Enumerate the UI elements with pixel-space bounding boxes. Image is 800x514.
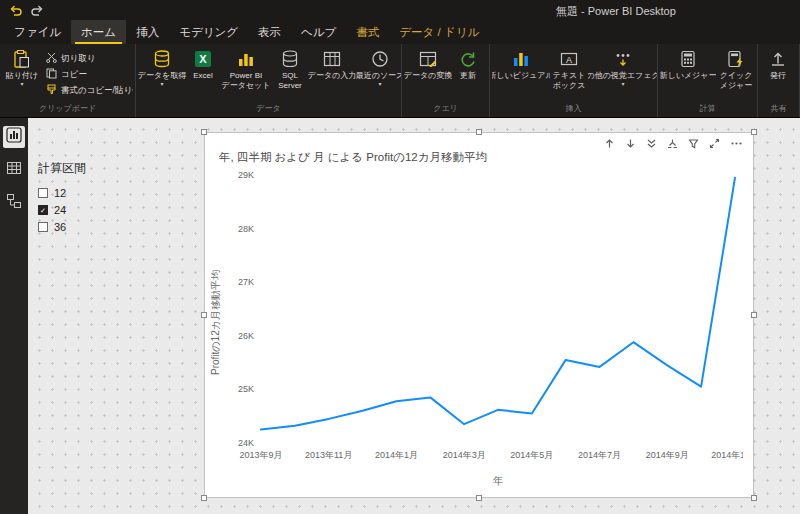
quick-measure-label-2: メジャー [720,81,753,91]
redo-button[interactable] [31,5,44,16]
tab-modeling[interactable]: モデリング [169,20,248,44]
new-visual-icon [511,49,531,71]
sql-server-button[interactable]: SQL Server [272,46,308,91]
recent-sources-button[interactable]: 最近のソース ▾ [356,46,402,87]
format-painter-button[interactable]: 書式のコピー/貼り付け [46,83,131,98]
chevron-down-icon: ▾ [621,81,624,87]
clock-icon [370,49,390,71]
svg-text:29K: 29K [238,170,254,180]
checkbox-unchecked-icon[interactable] [38,222,48,232]
undo-button[interactable] [9,5,22,16]
expand-all-icon[interactable] [667,138,678,149]
resize-handle[interactable] [201,129,207,135]
tab-format[interactable]: 書式 [346,20,389,44]
refresh-icon [458,49,478,71]
svg-text:24K: 24K [238,438,254,448]
quick-access-toolbar [9,5,44,16]
resize-handle[interactable] [751,129,757,135]
svg-text:2014年1月: 2014年1月 [375,450,418,460]
resize-handle[interactable] [751,312,757,318]
format-painter-label: 書式のコピー/貼り付け [61,85,133,97]
report-view-button[interactable] [3,126,25,148]
more-visuals-button[interactable]: その他の視覚エフェクト ▾ [588,46,658,87]
checkbox-unchecked-icon[interactable] [38,188,48,198]
slicer-item[interactable]: 36 [38,218,148,235]
slicer-visual[interactable]: 計算区間 122436 [38,160,148,235]
svg-text:2013年11月: 2013年11月 [305,450,352,460]
slicer-item[interactable]: 24 [38,201,148,218]
get-data-label: データを取得 [138,71,186,81]
svg-text:A: A [566,55,572,65]
cut-button[interactable]: 切り取り [46,51,131,66]
svg-text:27K: 27K [238,277,254,287]
filter-icon[interactable] [688,138,699,149]
bar-chart-icon [236,49,256,71]
report-view-icon [6,127,22,147]
resize-handle[interactable] [201,312,207,318]
quick-measure-label-1: クイック [720,71,753,81]
ribbon-tab-row: ファイル ホーム 挿入 モデリング 表示 ヘルプ 書式 データ / ドリル [0,20,800,44]
line-chart-visual[interactable]: 年, 四半期 および 月 による Profitの12カ月移動平均 Profitの… [205,133,753,497]
sql-database-icon [280,49,300,71]
get-data-button[interactable]: データを取得 ▾ [138,46,186,87]
group-label-queries: クエリ [402,103,489,117]
drill-down-icon[interactable] [625,138,636,149]
checkbox-checked-icon[interactable] [38,205,48,215]
tab-view[interactable]: 表示 [248,20,291,44]
svg-text:年: 年 [493,475,503,486]
data-view-icon [6,160,22,180]
report-canvas[interactable]: 計算区間 122436 [28,118,800,514]
title-bar: 無題 - Power BI Desktop [0,0,800,20]
group-label-clipboard: クリップボード [0,103,135,117]
new-visual-label: 新しいビジュアル [492,71,550,81]
tab-help[interactable]: ヘルプ [291,20,346,44]
text-box-icon: A [559,49,579,71]
slicer-item[interactable]: 12 [38,184,148,201]
resize-handle[interactable] [476,495,482,501]
slicer-item-label: 36 [54,221,66,233]
ribbon-group-share: 発行 共有 [758,44,800,117]
visual-header-toolbar [604,138,743,149]
tab-home[interactable]: ホーム [71,20,126,44]
tab-file[interactable]: ファイル [4,20,71,44]
excel-button[interactable]: X Excel [186,46,220,81]
transform-data-button[interactable]: データの変換 [404,46,452,81]
ribbon-group-calculations: 新しいメジャー クイック メジャー 計算 [658,44,758,117]
next-level-icon[interactable] [646,138,657,149]
data-view-button[interactable] [3,159,25,181]
svg-text:2014年9月: 2014年9月 [646,450,689,460]
quick-measure-button[interactable]: クイック メジャー [716,46,756,91]
paste-icon [12,49,32,71]
view-switcher-sidebar [0,118,28,514]
powerbi-datasets-label-2: データセット [222,81,271,91]
drill-up-icon[interactable] [604,138,615,149]
model-view-button[interactable] [3,192,25,214]
paste-button[interactable]: 貼り付け ▾ [2,46,42,87]
enter-data-button[interactable]: データの入力 [308,46,356,81]
excel-icon: X [193,49,213,71]
new-visual-button[interactable]: 新しいビジュアル [492,46,550,81]
slicer-item-label: 12 [54,187,66,199]
model-view-icon [6,193,22,213]
line-chart-svg: 24K25K26K27K28K29K2013年9月2013年11月2014年1月… [219,167,743,489]
table-icon [322,49,342,71]
new-measure-label: 新しいメジャー [660,71,716,81]
ribbon-group-clipboard: 貼り付け ▾ 切り取り コピー 書式のコピー/貼り付け [0,44,136,117]
powerbi-datasets-button[interactable]: Power BI データセット [220,46,272,91]
focus-mode-icon[interactable] [709,138,720,149]
resize-handle[interactable] [201,495,207,501]
tab-data-drill[interactable]: データ / ドリル [389,20,489,44]
text-box-button[interactable]: A テキスト ボックス [550,46,588,91]
cut-icon [46,52,57,65]
publish-button[interactable]: 発行 [760,46,796,81]
copy-icon [46,68,57,81]
resize-handle[interactable] [476,129,482,135]
copy-button[interactable]: コピー [46,67,131,82]
new-measure-button[interactable]: 新しいメジャー [660,46,716,81]
resize-handle[interactable] [751,495,757,501]
refresh-button[interactable]: 更新 [452,46,484,81]
more-options-icon[interactable] [730,138,743,149]
svg-text:X: X [199,53,207,65]
tab-insert[interactable]: 挿入 [126,20,169,44]
excel-label: Excel [193,71,213,81]
